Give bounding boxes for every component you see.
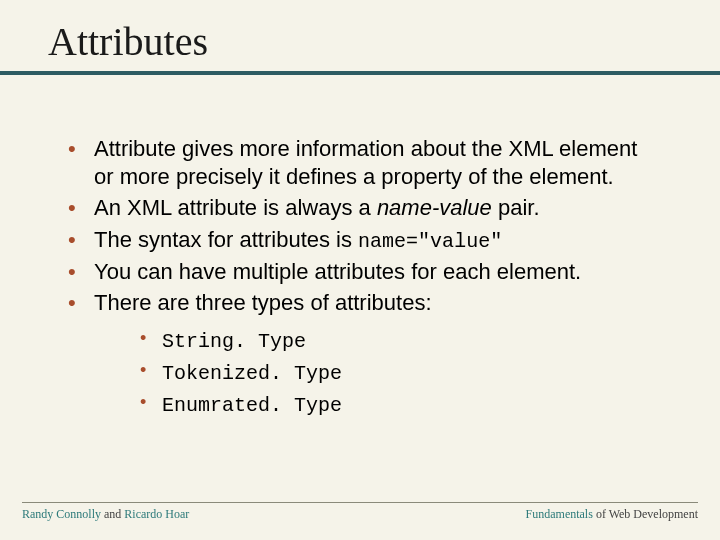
bullet-text: Attribute gives more information about t… bbox=[94, 136, 637, 189]
bullet-item: An XML attribute is always a name-value … bbox=[54, 194, 660, 222]
bullet-item: Attribute gives more information about t… bbox=[54, 135, 660, 190]
bullet-text: You can have multiple attributes for eac… bbox=[94, 259, 581, 284]
sub-bullet-item: Tokenized. Type bbox=[132, 357, 660, 389]
bullet-text: There are three types of attributes: bbox=[94, 290, 432, 315]
footer-row: Randy Connolly and Ricardo Hoar Fundamen… bbox=[22, 507, 698, 522]
bullet-text-italic: name-value bbox=[377, 195, 492, 220]
sub-bullet-item: String. Type bbox=[132, 325, 660, 357]
book-title-part: of Web Development bbox=[593, 507, 698, 521]
sub-bullet-text: String. Type bbox=[162, 330, 306, 353]
bullet-text: pair. bbox=[492, 195, 540, 220]
bullet-item: There are three types of attributes: Str… bbox=[54, 289, 660, 421]
footer-divider bbox=[22, 502, 698, 503]
footer-left: Randy Connolly and Ricardo Hoar bbox=[22, 507, 189, 522]
bullet-code: name="value" bbox=[358, 230, 502, 253]
content-area: Attribute gives more information about t… bbox=[0, 75, 720, 421]
sub-bullet-list: String. Type Tokenized. Type Enumrated. … bbox=[94, 325, 660, 421]
bullet-item: The syntax for attributes is name="value… bbox=[54, 226, 660, 254]
slide-title: Attributes bbox=[48, 18, 720, 65]
footer: Randy Connolly and Ricardo Hoar Fundamen… bbox=[22, 502, 698, 522]
slide: Attributes Attribute gives more informat… bbox=[0, 0, 720, 540]
footer-text: and bbox=[101, 507, 124, 521]
title-wrap: Attributes bbox=[0, 0, 720, 69]
bullet-text: The syntax for attributes is bbox=[94, 227, 358, 252]
sub-bullet-text: Tokenized. Type bbox=[162, 362, 342, 385]
footer-right: Fundamentals of Web Development bbox=[526, 507, 698, 522]
sub-bullet-item: Enumrated. Type bbox=[132, 389, 660, 421]
bullet-list: Attribute gives more information about t… bbox=[54, 135, 660, 421]
author-name: Randy Connolly bbox=[22, 507, 101, 521]
author-name: Ricardo Hoar bbox=[124, 507, 189, 521]
bullet-item: You can have multiple attributes for eac… bbox=[54, 258, 660, 286]
sub-bullet-text: Enumrated. Type bbox=[162, 394, 342, 417]
bullet-text: An XML attribute is always a bbox=[94, 195, 377, 220]
book-title-part: Fundamentals bbox=[526, 507, 593, 521]
